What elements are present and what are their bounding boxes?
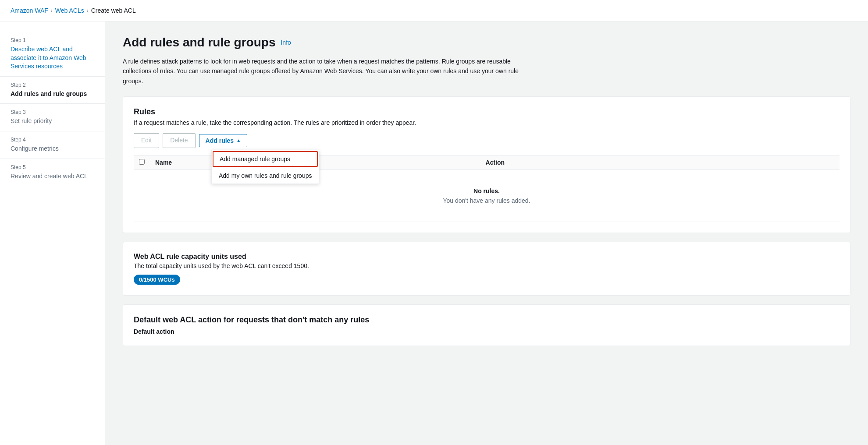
breadcrumb: Amazon WAF › Web ACLs › Create web ACL — [0, 0, 868, 21]
sidebar-step-4[interactable]: Step 4 Configure metrics — [0, 131, 105, 159]
rules-panel-description: If a request matches a rule, take the co… — [134, 119, 840, 126]
rules-panel: Rules If a request matches a rule, take … — [123, 96, 850, 233]
breadcrumb-separator-1: › — [51, 7, 53, 14]
page-title-row: Add rules and rule groups Info — [123, 35, 850, 49]
info-link[interactable]: Info — [281, 39, 291, 46]
step-1-title: Describe web ACL and associate it to Ama… — [11, 45, 94, 71]
capacity-panel: Web ACL rule capacity units used The tot… — [123, 242, 850, 296]
delete-button[interactable]: Delete — [163, 133, 195, 148]
sidebar-step-1[interactable]: Step 1 Describe web ACL and associate it… — [0, 32, 105, 77]
step-5-title: Review and create web ACL — [11, 172, 94, 181]
table-header-action: Action — [480, 155, 840, 170]
sidebar-step-5[interactable]: Step 5 Review and create web ACL — [0, 159, 105, 186]
sidebar: Step 1 Describe web ACL and associate it… — [0, 21, 105, 445]
step-2-title: Add rules and rule groups — [11, 90, 94, 99]
add-rules-button[interactable]: Add rules ▲ — [199, 134, 247, 147]
sidebar-step-2[interactable]: Step 2 Add rules and rule groups — [0, 77, 105, 104]
no-rules-subtitle: You don't have any rules added. — [153, 197, 820, 204]
step-4-label: Step 4 — [11, 137, 94, 143]
edit-button[interactable]: Edit — [134, 133, 159, 148]
step-3-title: Set rule priority — [11, 117, 94, 126]
breadcrumb-current: Create web ACL — [91, 7, 136, 14]
add-rules-label: Add rules — [206, 137, 234, 144]
breadcrumb-web-acls[interactable]: Web ACLs — [55, 7, 84, 14]
select-all-checkbox[interactable] — [139, 159, 145, 165]
rules-toolbar: Edit Delete Add rules ▲ Add managed rule… — [134, 133, 840, 148]
default-action-panel: Default web ACL action for requests that… — [123, 304, 850, 346]
table-header-checkbox — [134, 155, 150, 170]
dropdown-arrow-icon: ▲ — [236, 138, 241, 143]
sidebar-step-3[interactable]: Step 3 Set rule priority — [0, 104, 105, 131]
wcu-badge: 0/1500 WCUs — [134, 275, 180, 285]
step-4-title: Configure metrics — [11, 145, 94, 153]
page-title: Add rules and rule groups — [123, 35, 275, 49]
capacity-description: The total capacity units used by the web… — [134, 262, 840, 269]
rules-panel-title: Rules — [134, 107, 840, 117]
default-action-title: Default web ACL action for requests that… — [134, 315, 840, 325]
breadcrumb-amazon-waf[interactable]: Amazon WAF — [11, 7, 48, 14]
dropdown-item-managed[interactable]: Add managed rule groups — [213, 151, 318, 167]
no-rules-title: No rules. — [153, 187, 820, 194]
main-content: Add rules and rule groups Info A rule de… — [105, 21, 868, 445]
default-action-label: Default action — [134, 328, 840, 335]
dropdown-item-own[interactable]: Add my own rules and rule groups — [212, 168, 319, 184]
capacity-title: Web ACL rule capacity units used — [134, 253, 840, 261]
step-5-label: Step 5 — [11, 164, 94, 170]
step-2-label: Step 2 — [11, 82, 94, 88]
step-1-label: Step 1 — [11, 37, 94, 43]
page-layout: Step 1 Describe web ACL and associate it… — [0, 21, 868, 445]
add-rules-dropdown: Add managed rule groups Add my own rules… — [211, 150, 319, 184]
page-description: A rule defines attack patterns to look f… — [123, 57, 539, 86]
step-3-label: Step 3 — [11, 109, 94, 115]
breadcrumb-separator-2: › — [87, 7, 89, 14]
